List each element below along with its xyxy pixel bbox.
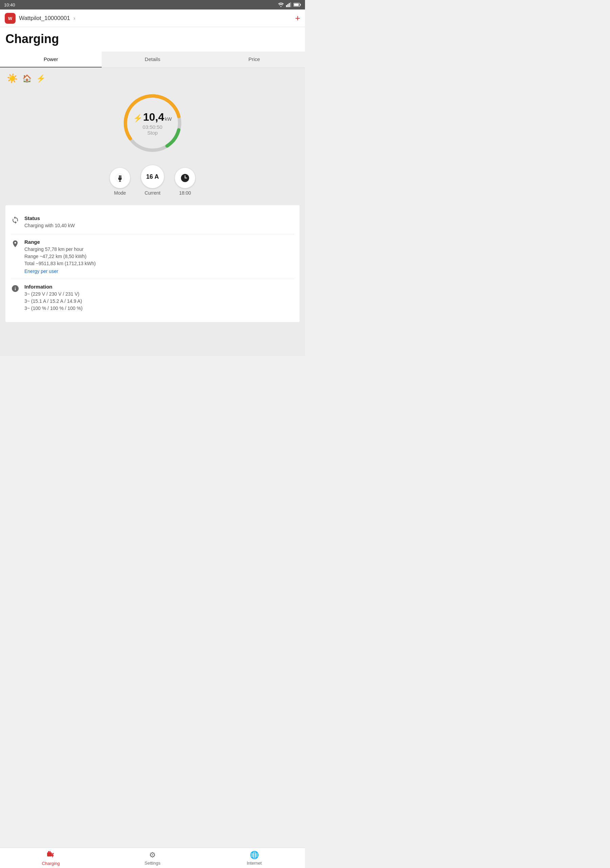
svg-rect-2 (289, 3, 290, 7)
energy-icons-row: ☀️ 🏠 ⚡ (5, 73, 300, 84)
timer-label: 18:00 (179, 190, 191, 195)
status-text-block: Status Charging with 10,40 kW (25, 215, 294, 229)
range-title: Range (25, 239, 294, 245)
info-circle-icon (11, 284, 19, 293)
gauge-value: 10,4 (143, 111, 164, 123)
control-current: 16 A Current (141, 165, 164, 195)
page-title: Charging (0, 27, 305, 51)
mode-icon (115, 173, 125, 183)
timer-icon (180, 173, 190, 183)
info-section: Status Charging with 10,40 kW Range Char… (5, 205, 300, 322)
svg-rect-14 (120, 175, 121, 178)
information-line1: 3~ (229 V / 230 V / 231 V) (25, 291, 294, 298)
tab-power[interactable]: Power (0, 51, 102, 67)
information-title: Information (25, 284, 294, 290)
gauge-container: ⚡ 10,4 kW 03:50:50 Stop (5, 89, 300, 157)
gauge-power-display: ⚡ 10,4 kW (133, 111, 172, 123)
current-value: 16 A (146, 173, 159, 180)
tower-icon: ⚡ (36, 74, 45, 83)
house-icon: 🏠 (22, 74, 31, 83)
tab-price[interactable]: Price (203, 51, 305, 67)
range-line1: Charging 57,78 km per hour (25, 246, 294, 253)
energy-per-user-link[interactable]: Energy per user (25, 268, 294, 274)
nav-bar: W Wattpilot_10000001 › + (0, 9, 305, 27)
info-icon (11, 284, 20, 294)
range-line2: Range ~47,22 km (8,50 kWh) (25, 253, 294, 260)
control-mode: Mode (110, 168, 130, 195)
controls-row: Mode 16 A Current 18:00 (5, 165, 300, 195)
information-text-block: Information 3~ (229 V / 230 V / 231 V) 3… (25, 284, 294, 312)
gauge-unit: kW (165, 116, 172, 122)
refresh-icon (11, 216, 19, 224)
tabs-bar: Power Details Price (0, 51, 305, 68)
gauge-center: ⚡ 10,4 kW 03:50:50 Stop (133, 111, 172, 136)
status-time: 10:40 (4, 2, 15, 8)
current-button[interactable]: 16 A (141, 165, 164, 188)
location-icon (11, 240, 19, 248)
status-icon (11, 216, 20, 226)
svg-rect-6 (294, 4, 299, 6)
gauge-wrapper: ⚡ 10,4 kW 03:50:50 Stop (119, 89, 186, 157)
status-detail: Charging with 10,40 kW (25, 222, 294, 229)
status-bar: 10:40 (0, 0, 305, 9)
svg-rect-0 (286, 5, 287, 7)
gauge-stop-label: Stop (133, 130, 172, 136)
bolt-icon: ⚡ (133, 114, 142, 123)
range-text-block: Range Charging 57,78 km per hour Range ~… (25, 239, 294, 274)
range-icon (11, 240, 20, 250)
battery-icon (294, 3, 301, 7)
main-content: ☀️ 🏠 ⚡ ⚡ 10,4 kW (0, 68, 305, 356)
svg-rect-13 (119, 175, 120, 178)
nav-add-button[interactable]: + (295, 13, 300, 23)
status-title: Status (25, 215, 294, 221)
control-timer: 18:00 (175, 168, 195, 195)
nav-app-name: Wattpilot_10000001 (19, 15, 70, 22)
svg-rect-1 (287, 4, 288, 7)
nav-bar-left: W Wattpilot_10000001 › (5, 13, 75, 24)
range-row: Range Charging 57,78 km per hour Range ~… (11, 234, 294, 279)
mode-button[interactable] (110, 168, 130, 188)
svg-rect-16 (119, 181, 121, 182)
information-line3: 3~ (100 % / 100 % / 100 %) (25, 305, 294, 312)
svg-rect-3 (290, 2, 291, 7)
timer-button[interactable] (175, 168, 195, 188)
status-icons (278, 2, 301, 7)
tab-details[interactable]: Details (102, 51, 203, 67)
range-line3: Total ~9511,83 km (1712,13 kWh) (25, 260, 294, 267)
svg-text:W: W (8, 16, 12, 21)
status-row: Status Charging with 10,40 kW (11, 211, 294, 234)
nav-chevron: › (74, 15, 76, 22)
information-line2: 3~ (15.1 A / 15.2 A / 14.9 A) (25, 298, 294, 305)
wifi-icon (278, 2, 284, 7)
app-icon: W (5, 13, 15, 24)
gauge-time: 03:50:50 (133, 124, 172, 130)
signal-icon (286, 2, 291, 7)
information-row: Information 3~ (229 V / 230 V / 231 V) 3… (11, 279, 294, 317)
sun-icon: ☀️ (7, 73, 18, 84)
svg-rect-5 (300, 4, 301, 6)
mode-label: Mode (114, 190, 126, 195)
current-label: Current (145, 190, 161, 195)
